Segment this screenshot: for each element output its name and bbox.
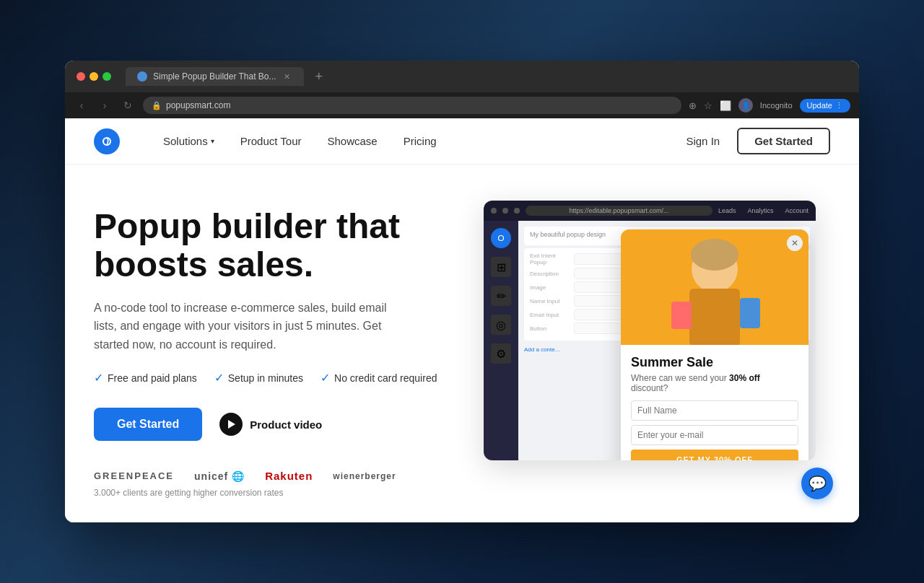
hero-title: Popup builder that boosts sales. bbox=[94, 208, 455, 284]
product-video-label: Product video bbox=[250, 418, 322, 431]
tab-close-button[interactable]: ✕ bbox=[282, 71, 292, 82]
browser-toolbar: ‹ › ↻ 🔒 popupsmart.com ⊕ ☆ ⬜ 👤 Incognito… bbox=[65, 92, 859, 118]
builder-sidebar: ⊞ ✏ ◎ ⚙ bbox=[484, 221, 518, 460]
get-started-hero-button[interactable]: Get Started bbox=[94, 408, 202, 441]
checkmark-icon-3: ✓ bbox=[321, 371, 330, 385]
hero-section: Popup builder that boosts sales. A no-co… bbox=[65, 165, 859, 522]
chat-bubble-button[interactable]: 💬 bbox=[801, 468, 833, 499]
get-started-nav-button[interactable]: Get Started bbox=[737, 128, 830, 154]
client-tagline: 3.000+ clients are getting higher conver… bbox=[94, 488, 455, 498]
tab-title: Simple Popup Builder That Bo... bbox=[153, 71, 276, 82]
sign-in-button[interactable]: Sign In bbox=[686, 135, 720, 147]
cta-row: Get Started Product video bbox=[94, 408, 455, 441]
leads-tab[interactable]: Leads bbox=[718, 207, 736, 214]
nav-right: Sign In Get Started bbox=[686, 128, 830, 154]
popup-image: ✕ bbox=[621, 229, 808, 345]
bookmark-icon[interactable]: ☆ bbox=[704, 100, 712, 111]
url-text: popupsmart.com bbox=[166, 100, 230, 110]
nav-product-tour[interactable]: Product Tour bbox=[240, 135, 302, 147]
svg-point-1 bbox=[499, 236, 504, 241]
popup-demo: ✕ Summer Sale Where can we send your 30%… bbox=[621, 229, 808, 460]
sidebar-item-1[interactable] bbox=[491, 228, 511, 248]
address-bar[interactable]: 🔒 popupsmart.com bbox=[143, 97, 681, 114]
nav-solutions[interactable]: Solutions ▾ bbox=[163, 135, 214, 147]
popup-email-input[interactable] bbox=[631, 425, 798, 445]
popup-title: Summer Sale bbox=[631, 355, 798, 370]
hero-right: https://editable.popupsmart.com/... Lead… bbox=[484, 193, 830, 522]
new-tab-button[interactable]: + bbox=[315, 69, 323, 84]
lock-icon: 🔒 bbox=[152, 101, 162, 110]
popup-subtitle: Where can we send your 30% off discount? bbox=[631, 373, 798, 393]
feature-label-3: No credit card required bbox=[334, 372, 437, 384]
builder-topbar: https://editable.popupsmart.com/... Lead… bbox=[484, 201, 816, 221]
browser-chrome: Simple Popup Builder That Bo... ✕ + bbox=[65, 61, 859, 92]
hero-subtitle: A no-code tool to increase e-commerce sa… bbox=[94, 299, 411, 354]
analytics-tab[interactable]: Analytics bbox=[747, 207, 773, 214]
sidebar-item-2[interactable]: ⊞ bbox=[491, 257, 511, 277]
builder-tabs: Leads Analytics Account bbox=[718, 207, 808, 214]
builder-url: https://editable.popupsmart.com/... bbox=[526, 206, 712, 216]
site-navigation: Solutions ▾ Product Tour Showcase Pricin… bbox=[65, 118, 859, 165]
active-browser-tab[interactable]: Simple Popup Builder That Bo... ✕ bbox=[126, 67, 304, 86]
client-logo-greenpeace: GREENPEACE bbox=[94, 470, 174, 481]
feature-label-2: Setup in minutes bbox=[228, 372, 303, 384]
logo-icon bbox=[94, 128, 120, 154]
client-logo-wienerberger: wienerberger bbox=[333, 471, 396, 481]
nav-showcase[interactable]: Showcase bbox=[328, 135, 378, 147]
svg-point-4 bbox=[691, 239, 738, 271]
update-button[interactable]: Update ⋮ bbox=[800, 99, 850, 113]
popup-close-button[interactable]: ✕ bbox=[787, 235, 803, 251]
feature-check-2: ✓ Setup in minutes bbox=[214, 371, 303, 385]
sidebar-item-3[interactable]: ✏ bbox=[491, 286, 511, 306]
website-content: Solutions ▾ Product Tour Showcase Pricin… bbox=[65, 118, 859, 522]
account-tab[interactable]: Account bbox=[785, 207, 808, 214]
maximize-window-button[interactable] bbox=[103, 72, 111, 81]
popup-name-input[interactable] bbox=[631, 400, 798, 421]
client-logo-rakuten: Rakuten bbox=[265, 470, 313, 482]
back-button[interactable]: ‹ bbox=[74, 100, 90, 111]
profile-icon[interactable]: ⬜ bbox=[720, 100, 731, 111]
refresh-button[interactable]: ↻ bbox=[120, 100, 136, 111]
hero-left: Popup builder that boosts sales. A no-co… bbox=[94, 193, 455, 522]
popup-person-illustration bbox=[621, 229, 808, 345]
minimize-window-button[interactable] bbox=[90, 72, 98, 81]
feature-label-1: Free and paid plans bbox=[108, 372, 197, 384]
popup-form: Summer Sale Where can we send your 30% o… bbox=[621, 345, 808, 460]
incognito-label: Incognito bbox=[760, 101, 793, 110]
sidebar-item-5[interactable]: ⚙ bbox=[491, 343, 511, 364]
product-screenshot: https://editable.popupsmart.com/... Lead… bbox=[484, 201, 816, 460]
svg-rect-7 bbox=[740, 298, 760, 328]
tab-favicon bbox=[137, 71, 147, 82]
feature-check-1: ✓ Free and paid plans bbox=[94, 371, 197, 385]
checkmark-icon-1: ✓ bbox=[94, 371, 103, 385]
traffic-lights bbox=[77, 72, 111, 81]
client-logo-unicef: unicef 🌐 bbox=[194, 470, 245, 482]
chat-icon: 💬 bbox=[808, 475, 827, 492]
svg-rect-6 bbox=[671, 302, 692, 329]
nav-links: Solutions ▾ Product Tour Showcase Pricin… bbox=[163, 135, 686, 147]
checkmark-icon-2: ✓ bbox=[214, 371, 224, 385]
sidebar-item-4[interactable]: ◎ bbox=[491, 315, 511, 335]
nav-pricing[interactable]: Pricing bbox=[404, 135, 437, 147]
incognito-avatar: 👤 bbox=[738, 98, 753, 113]
browser-window: Simple Popup Builder That Bo... ✕ + ‹ › … bbox=[65, 61, 859, 522]
feature-check-3: ✓ No credit card required bbox=[321, 371, 437, 385]
play-icon bbox=[219, 413, 243, 436]
feature-checks: ✓ Free and paid plans ✓ Setup in minutes… bbox=[94, 371, 455, 385]
forward-button[interactable]: › bbox=[97, 100, 113, 111]
site-logo[interactable] bbox=[94, 128, 120, 154]
play-triangle bbox=[228, 420, 235, 429]
svg-rect-5 bbox=[689, 289, 740, 345]
client-logos: GREENPEACE unicef 🌐 Rakuten wienerberger bbox=[94, 470, 455, 482]
popup-cta-button[interactable]: GET MY 30% OFF bbox=[631, 450, 798, 460]
toolbar-right: ⊕ ☆ ⬜ 👤 Incognito Update ⋮ bbox=[689, 98, 850, 113]
cast-icon: ⊕ bbox=[689, 100, 697, 111]
close-window-button[interactable] bbox=[77, 72, 85, 81]
product-video-button[interactable]: Product video bbox=[219, 413, 322, 436]
chevron-down-icon: ▾ bbox=[211, 137, 214, 145]
